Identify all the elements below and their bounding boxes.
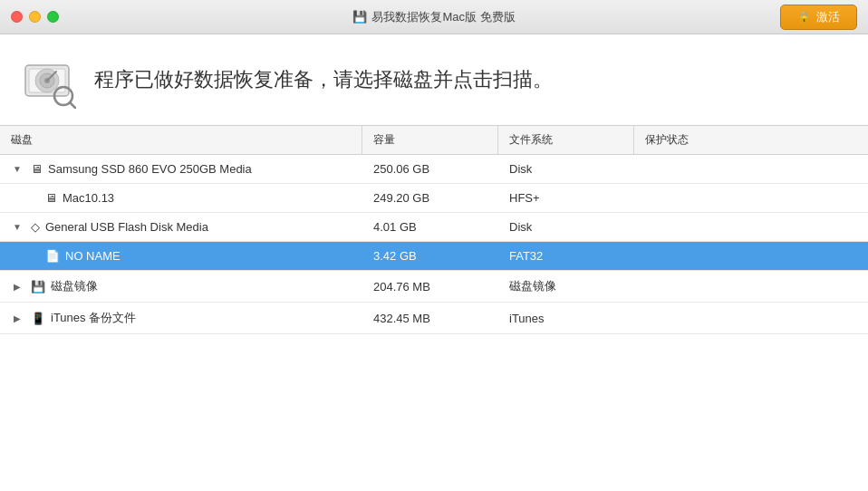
maximize-button[interactable] [47, 11, 59, 23]
protection-cell [634, 162, 868, 177]
col-protection: 保护状态 [634, 126, 868, 154]
protection-cell [634, 220, 868, 235]
app-icon: 💾 [352, 10, 367, 24]
disk-table: 磁盘 容量 文件系统 保护状态 ▼🖥Samsung SSD 860 EVO 25… [0, 126, 868, 491]
table-row[interactable]: ▼🖥Samsung SSD 860 EVO 250GB Media250.06 … [0, 155, 868, 184]
activate-label: 激活 [816, 9, 840, 25]
table-row[interactable]: ▶💾磁盘镜像204.76 MB磁盘镜像 [0, 271, 868, 303]
col-filesystem: 文件系统 [498, 126, 634, 154]
hdd-icon: 🖥 [31, 162, 43, 176]
capacity-cell: 4.01 GB [362, 213, 498, 241]
close-button[interactable] [11, 11, 23, 23]
table-row[interactable]: 📄NO NAME3.42 GBFAT32 [0, 242, 868, 271]
disk-label: General USB Flash Disk Media [45, 220, 208, 234]
filesystem-cell: HFS+ [498, 184, 634, 212]
partition-icon: 🖥 [45, 191, 57, 205]
disk-name-cell: 🖥Mac10.13 [0, 184, 362, 212]
capacity-cell: 3.42 GB [362, 242, 498, 270]
protection-cell [634, 311, 868, 325]
disk-name-cell: ▶📱iTunes 备份文件 [0, 303, 362, 333]
capacity-cell: 250.06 GB [362, 155, 498, 183]
protection-cell [634, 191, 868, 206]
image-icon: 💾 [31, 280, 45, 294]
expand-arrow-icon[interactable]: ▶ [11, 312, 24, 324]
disk-name-cell: ▶💾磁盘镜像 [0, 271, 362, 302]
disk-label: Samsung SSD 860 EVO 250GB Media [48, 162, 252, 176]
expand-arrow-icon[interactable]: ▶ [11, 280, 24, 293]
col-disk: 磁盘 [0, 126, 362, 154]
lock-icon: 🔒 [797, 11, 811, 24]
disk-name-cell: 📄NO NAME [0, 242, 362, 270]
minimize-button[interactable] [29, 11, 41, 23]
header-icon [18, 51, 76, 109]
filesystem-cell: Disk [498, 213, 634, 241]
expand-arrow-icon[interactable]: ▼ [11, 163, 24, 176]
col-capacity: 容量 [362, 126, 498, 154]
table-row[interactable]: 🖥Mac10.13249.20 GBHFS+ [0, 184, 868, 213]
disk-label: NO NAME [65, 249, 121, 263]
window-title: 💾 易我数据恢复Mac版 免费版 [352, 9, 515, 25]
header-message: 程序已做好数据恢复准备，请选择磁盘并点击扫描。 [94, 66, 553, 93]
svg-line-7 [70, 102, 75, 108]
disk-name-cell: ▼🖥Samsung SSD 860 EVO 250GB Media [0, 155, 362, 183]
usb-icon: ◇ [31, 220, 40, 234]
protection-cell [634, 249, 868, 264]
table-header: 磁盘 容量 文件系统 保护状态 [0, 126, 868, 155]
title-text: 易我数据恢复Mac版 免费版 [371, 9, 515, 25]
header-area: 程序已做好数据恢复准备，请选择磁盘并点击扫描。 [0, 34, 868, 126]
disk-label: 磁盘镜像 [51, 278, 98, 294]
itunes-icon: 📱 [31, 312, 45, 325]
capacity-cell: 432.45 MB [362, 304, 498, 332]
disk-label: iTunes 备份文件 [51, 310, 136, 326]
table-row[interactable]: ▶📱iTunes 备份文件432.45 MBiTunes [0, 303, 868, 334]
table-body: ▼🖥Samsung SSD 860 EVO 250GB Media250.06 … [0, 155, 868, 334]
filesystem-cell: FAT32 [498, 242, 634, 270]
window-controls [11, 11, 59, 23]
table-row[interactable]: ▼◇General USB Flash Disk Media4.01 GBDis… [0, 213, 868, 242]
capacity-cell: 204.76 MB [362, 273, 498, 301]
disk-label: Mac10.13 [63, 191, 114, 205]
disk-name-cell: ▼◇General USB Flash Disk Media [0, 213, 362, 241]
filesystem-cell: iTunes [498, 304, 634, 332]
titlebar: 💾 易我数据恢复Mac版 免费版 🔒 激活 [0, 0, 868, 34]
filesystem-cell: Disk [498, 155, 634, 183]
volume-icon: 📄 [45, 249, 60, 263]
filesystem-cell: 磁盘镜像 [498, 271, 634, 302]
activate-button[interactable]: 🔒 激活 [780, 5, 857, 30]
expand-arrow-icon[interactable]: ▼ [11, 221, 24, 234]
protection-cell [634, 279, 868, 294]
capacity-cell: 249.20 GB [362, 184, 498, 212]
